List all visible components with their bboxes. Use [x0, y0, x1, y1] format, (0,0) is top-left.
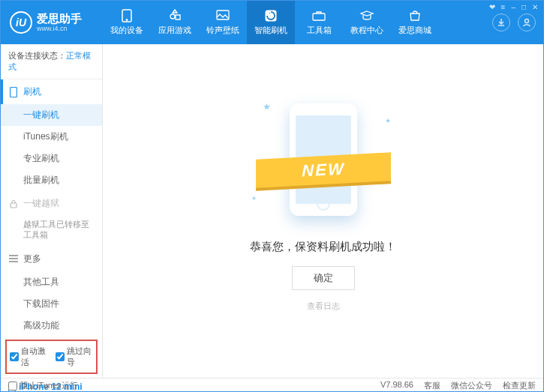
version-label: V7.98.66	[380, 380, 413, 391]
success-message: 恭喜您，保资料刷机成功啦！	[250, 240, 396, 254]
svg-rect-4	[313, 13, 325, 20]
close-icon[interactable]: ✕	[532, 3, 538, 11]
nav-label: 爱思商城	[398, 25, 431, 36]
maximize-icon[interactable]: □	[521, 3, 526, 11]
ok-button[interactable]: 确定	[292, 266, 355, 290]
nav-label: 铃声壁纸	[206, 25, 239, 36]
section-title: 更多	[23, 253, 41, 265]
sidebar-section-more[interactable]: 更多	[1, 247, 102, 271]
nav-store[interactable]: 爱思商城	[391, 1, 439, 44]
feedback-icon[interactable]: ❤	[489, 3, 495, 11]
svg-rect-7	[11, 203, 17, 208]
nav-apps-games[interactable]: 应用游戏	[151, 1, 199, 44]
sidebar-item-advanced[interactable]: 高级功能	[1, 315, 102, 337]
tutorial-icon	[359, 9, 374, 22]
logo-icon: iU	[10, 11, 32, 34]
conn-label: 设备连接状态：	[8, 51, 66, 60]
store-icon	[407, 9, 422, 22]
sidebar-item-oneclick-flash[interactable]: 一键刷机	[1, 104, 102, 126]
app-name: 爱思助手	[37, 13, 82, 25]
sidebar-item-batch-flash[interactable]: 批量刷机	[1, 169, 102, 191]
menu-icon	[8, 253, 19, 264]
sidebar-section-flash[interactable]: 刷机	[1, 79, 102, 104]
flash-icon	[263, 9, 278, 22]
nav-toolbox[interactable]: 工具箱	[295, 1, 343, 44]
nav-label: 应用游戏	[158, 25, 191, 36]
nav-label: 我的设备	[110, 25, 143, 36]
main-content: NEW 恭喜您，保资料刷机成功啦！ 确定 查看日志	[103, 44, 543, 378]
sidebar-item-other-tools[interactable]: 其他工具	[1, 271, 102, 293]
checkbox-skip-guide[interactable]: 跳过向导	[56, 346, 94, 368]
options-highlight-box: 自动激活 跳过向导	[5, 340, 98, 374]
svg-rect-6	[11, 87, 17, 97]
sidebar: 设备连接状态：正常模式 刷机 一键刷机 iTunes刷机 专业刷机 批量刷机 一…	[1, 44, 103, 378]
download-button[interactable]	[492, 13, 510, 31]
nav-label: 工具箱	[307, 25, 332, 36]
lock-icon	[8, 199, 19, 209]
menu-icon[interactable]: ≡	[501, 3, 506, 11]
svg-point-5	[525, 19, 529, 23]
sidebar-item-download-firmware[interactable]: 下载固件	[1, 293, 102, 315]
jailbreak-note: 越狱工具已转移至工具箱	[1, 216, 102, 247]
sidebar-item-pro-flash[interactable]: 专业刷机	[1, 148, 102, 169]
connection-status: 设备连接状态：正常模式	[1, 44, 102, 79]
phone-icon	[8, 87, 19, 97]
block-itunes-option[interactable]: 阻止iTunes运行	[8, 380, 78, 391]
user-button[interactable]	[518, 13, 536, 31]
apps-icon	[167, 9, 182, 22]
wechat-link[interactable]: 微信公众号	[451, 380, 492, 391]
nav-label: 智能刷机	[254, 25, 287, 36]
section-title: 刷机	[23, 85, 41, 98]
check-update-link[interactable]: 检查更新	[503, 380, 536, 391]
nav-label: 教程中心	[350, 25, 383, 36]
view-log-link[interactable]: 查看日志	[307, 301, 340, 312]
main-nav: 我的设备 应用游戏 铃声壁纸 智能刷机 工具箱 教程中心 爱思商城	[103, 1, 439, 44]
skip-guide-checkbox[interactable]	[56, 352, 65, 361]
app-domain: www.i4.cn	[37, 25, 82, 32]
nav-tutorial[interactable]: 教程中心	[343, 1, 391, 44]
nav-my-device[interactable]: 我的设备	[103, 1, 151, 44]
auto-activate-checkbox[interactable]	[10, 352, 19, 361]
success-illustration: NEW	[248, 96, 398, 223]
logo: iU 爱思助手 www.i4.cn	[10, 11, 103, 34]
checkbox-auto-activate[interactable]: 自动激活	[10, 346, 48, 368]
section-title: 一键越狱	[23, 197, 59, 210]
phone-icon	[119, 9, 134, 22]
support-link[interactable]: 客服	[424, 380, 440, 391]
block-itunes-checkbox[interactable]	[8, 382, 17, 391]
header: iU 爱思助手 www.i4.cn 我的设备 应用游戏 铃声壁纸 智能刷机 工具…	[1, 1, 543, 44]
nav-ringtone-wallpaper[interactable]: 铃声壁纸	[199, 1, 247, 44]
sidebar-section-jailbreak: 一键越狱	[1, 191, 102, 216]
wallpaper-icon	[215, 9, 230, 22]
svg-point-1	[126, 19, 128, 21]
sidebar-item-itunes-flash[interactable]: iTunes刷机	[1, 126, 102, 148]
toolbox-icon	[311, 9, 326, 22]
minimize-icon[interactable]: –	[511, 3, 515, 11]
nav-smart-flash[interactable]: 智能刷机	[247, 1, 295, 44]
new-banner: NEW	[256, 152, 391, 187]
